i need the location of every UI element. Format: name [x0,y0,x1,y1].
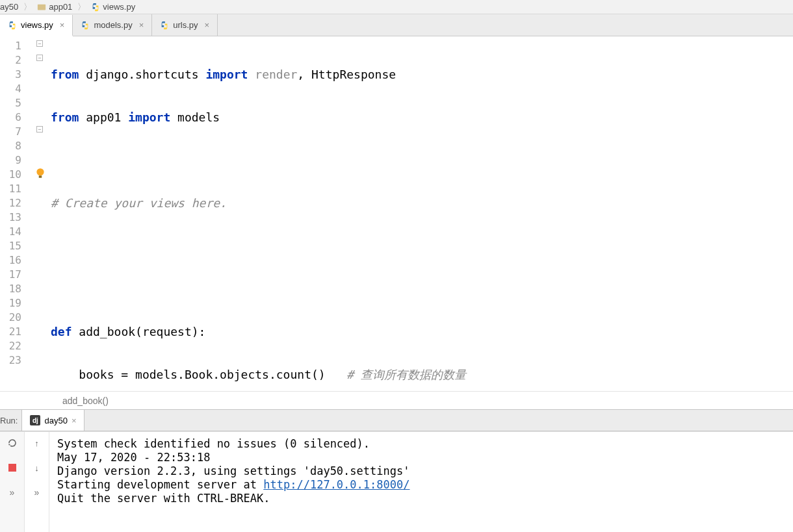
line-num: 13 [0,210,32,225]
function-breadcrumb[interactable]: add_book() [0,391,793,409]
code-line [51,282,793,296]
close-icon[interactable]: × [139,20,144,30]
line-num: 5 [0,96,32,110]
code-line: # Create your views here. [51,196,793,210]
run-toolbar-left: » [0,432,25,532]
console-url[interactable]: http://127.0.0.1:8000/ [263,478,410,491]
ide-window: ay50 〉 app01 〉 views.py views.py × model… [0,0,793,532]
breadcrumb-text: views.py [103,2,135,12]
line-num: 23 [0,353,32,368]
python-file-icon [160,21,169,30]
close-icon[interactable]: × [205,20,210,30]
breadcrumb-item[interactable]: ay50 [0,2,18,12]
tab-views[interactable]: views.py × [0,15,73,36]
run-panel: » ↑ ↓ » System check identified no issue… [0,431,793,532]
fold-toggle-icon[interactable]: − [36,126,43,133]
fold-column: − − − [32,36,51,391]
line-num: 14 [0,225,32,239]
line-num: 11 [0,182,32,196]
editor-tabs: views.py × models.py × urls.py × [0,14,793,36]
console-line: Starting development server at [57,478,263,491]
breadcrumb-text: ay50 [0,2,18,12]
intention-bulb-icon[interactable] [34,168,46,179]
code-line: from app01 import models [51,110,793,125]
console-line: May 17, 2020 - 22:53:18 [57,451,210,464]
expand-icon[interactable]: » [31,487,43,498]
breadcrumb-bar: ay50 〉 app01 〉 views.py [0,0,793,14]
code-line: from django.shortcuts import render, Htt… [51,68,793,82]
stop-icon[interactable] [6,462,18,474]
breadcrumb-sep: 〉 [23,1,32,13]
line-num: 1 [0,39,32,53]
code-line: def add_book(request): [51,325,793,339]
rerun-icon[interactable] [6,437,18,449]
svg-point-1 [36,168,44,175]
line-num: 21 [0,325,32,339]
line-num: 2 [0,53,32,68]
folder-icon [37,3,46,12]
line-num: 9 [0,153,32,168]
python-file-icon [8,21,17,30]
close-icon[interactable]: × [60,20,65,30]
code-line [51,153,793,168]
tab-models[interactable]: models.py × [73,14,152,36]
code-line [51,239,793,253]
line-num: 12 [0,196,32,210]
line-num: 10 [0,168,32,182]
breadcrumb-text: app01 [49,2,72,12]
line-num: 17 [0,268,32,282]
line-num: 22 [0,339,32,353]
python-file-icon [81,21,90,30]
run-config-label: day50 [44,416,67,425]
line-num: 16 [0,253,32,268]
line-num: 6 [0,110,32,125]
django-icon: dj [30,415,40,425]
console-output[interactable]: System check identified no issues (0 sil… [49,432,793,532]
breadcrumb-sep: 〉 [77,1,86,13]
line-gutter: 1 2 3 4 5 6 7 8 9 10 11 12 13 14 15 16 1… [0,36,32,391]
console-line: Django version 2.2.3, using settings 'da… [57,464,410,477]
expand-icon[interactable]: » [6,487,18,498]
code-line: books = models.Book.objects.count() # 查询… [51,368,793,382]
function-breadcrumb-label: add_book() [62,396,109,406]
code-editor[interactable]: 1 2 3 4 5 6 7 8 9 10 11 12 13 14 15 16 1… [0,36,793,391]
breadcrumb-item[interactable]: app01 [37,2,72,12]
line-num: 7 [0,125,32,139]
console-line: Quit the server with CTRL-BREAK. [57,492,270,505]
line-num: 19 [0,296,32,310]
run-label: Run: [0,416,21,425]
run-toolbar-nav: ↑ ↓ » [25,432,49,532]
run-config-tab[interactable]: dj day50 × [21,410,84,431]
code-area[interactable]: from django.shortcuts import render, Htt… [51,36,793,391]
line-num: 18 [0,282,32,296]
breadcrumb-item[interactable]: views.py [91,2,135,12]
line-num: 4 [0,82,32,96]
tab-urls[interactable]: urls.py × [152,14,218,36]
line-num: 15 [0,239,32,253]
console-line: System check identified no issues (0 sil… [57,437,370,450]
run-panel-header: Run: dj day50 × [0,409,793,431]
line-num: 8 [0,139,32,153]
python-file-icon [91,3,100,12]
down-arrow-icon[interactable]: ↓ [31,462,43,474]
line-num: 20 [0,310,32,325]
tab-label: urls.py [173,20,198,30]
line-num: 3 [0,68,32,82]
tab-label: views.py [21,20,53,30]
fold-toggle-icon[interactable]: − [36,40,43,47]
up-arrow-icon[interactable]: ↑ [31,437,43,449]
fold-toggle-icon[interactable]: − [36,55,43,61]
svg-rect-2 [39,175,42,177]
tab-label: models.py [94,20,132,30]
close-icon[interactable]: × [72,416,77,425]
svg-rect-0 [38,4,46,10]
